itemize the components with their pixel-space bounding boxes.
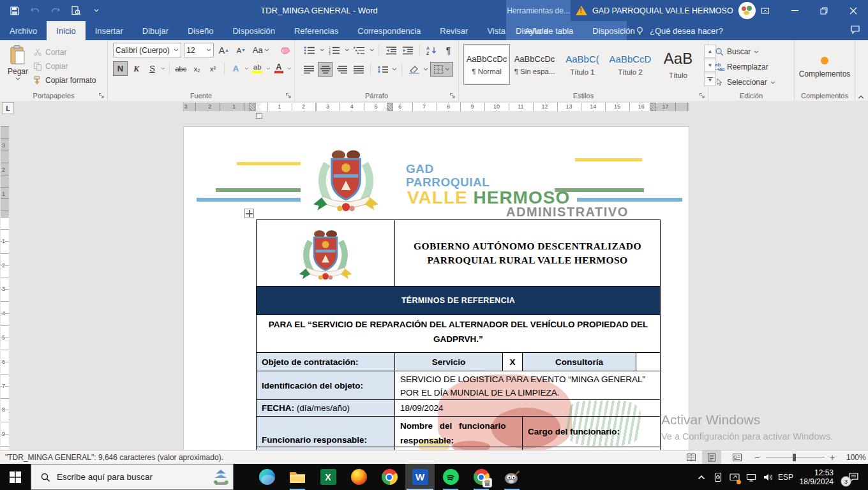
- table-column-marker[interactable]: [249, 103, 255, 111]
- underline-button[interactable]: S: [145, 61, 160, 76]
- align-right-button[interactable]: [334, 62, 349, 77]
- style--sin-espa-[interactable]: AaBbCcDc¶ Sin espa...: [511, 44, 558, 85]
- clear-formatting-button[interactable]: [277, 43, 292, 57]
- zoom-out-button[interactable]: −: [754, 452, 760, 463]
- tab-inicio[interactable]: Inicio: [47, 21, 85, 40]
- justify-button[interactable]: [351, 62, 366, 77]
- feedback-icon[interactable]: [850, 24, 860, 34]
- tray-language[interactable]: ESP: [776, 464, 795, 490]
- indent-marker[interactable]: [256, 103, 262, 111]
- tab-diseno[interactable]: Diseño: [178, 21, 223, 40]
- minimize-button[interactable]: [780, 0, 809, 21]
- document-page[interactable]: GAD PARROQUIAL VALLE HERMOSO ADMINISTRAT…: [183, 126, 689, 450]
- align-left-button[interactable]: [301, 62, 316, 77]
- read-mode-button[interactable]: [682, 450, 701, 464]
- tray-clock[interactable]: 12:53 18/9/2024: [795, 464, 836, 490]
- tell-me-box[interactable]: ¿Qué desea hacer?: [635, 21, 723, 40]
- table-move-handle[interactable]: [244, 209, 254, 218]
- sort-button[interactable]: [424, 43, 439, 57]
- zoom-in-button[interactable]: +: [830, 452, 835, 463]
- vertical-ruler[interactable]: 321123456789: [1, 126, 9, 450]
- line-spacing-chevron-icon[interactable]: [392, 68, 397, 71]
- style-título-2[interactable]: AaBbCcDTítulo 2: [607, 44, 654, 85]
- ribbon-display-options-button[interactable]: [751, 0, 780, 21]
- text-effects-button[interactable]: A: [228, 61, 243, 76]
- bullets-chevron-icon[interactable]: [320, 48, 324, 52]
- taskbar-word[interactable]: W: [405, 464, 435, 490]
- multilevel-chevron-icon[interactable]: [370, 48, 374, 52]
- style--normal[interactable]: AaBbCcDc¶ Normal: [463, 44, 510, 85]
- increase-indent-button[interactable]: [400, 43, 415, 57]
- left-indent-marker[interactable]: [256, 113, 262, 119]
- bullets-button[interactable]: [301, 43, 318, 57]
- taskbar-chrome[interactable]: [375, 464, 404, 490]
- horizontal-ruler[interactable]: 3211234567891011121314151617: [183, 103, 689, 111]
- taskbar-gimp[interactable]: [497, 464, 527, 490]
- tray-chevron-icon[interactable]: [694, 464, 708, 490]
- tray-cast-icon[interactable]: [728, 464, 742, 490]
- numbering-chevron-icon[interactable]: [345, 48, 349, 52]
- undo-icon[interactable]: [29, 5, 41, 17]
- taskbar-firefox[interactable]: [344, 464, 373, 490]
- character-count[interactable]: "TDR_MINGA GENERAL": 9,646 caracteres (v…: [5, 450, 223, 464]
- shading-chevron-icon[interactable]: [423, 68, 428, 71]
- font-color-chevron-icon[interactable]: [287, 67, 292, 70]
- subscript-button[interactable]: x₂: [190, 61, 204, 76]
- addins-button[interactable]: Complementos: [794, 52, 856, 81]
- indent-marker[interactable]: [382, 103, 388, 111]
- tray-network-icon[interactable]: [744, 464, 758, 490]
- numbering-button[interactable]: [326, 43, 343, 57]
- cut-button[interactable]: Cortar: [33, 45, 96, 59]
- taskbar-search-box[interactable]: Escribe aquí para buscar: [31, 464, 234, 490]
- styles-dialog-launcher[interactable]: [698, 92, 706, 100]
- tab-diseno-de-tabla[interactable]: Diseño de tabla: [506, 21, 583, 40]
- account-area[interactable]: GAD PARROQUIAL VALLE HERMOSO: [576, 0, 756, 21]
- multilevel-list-button[interactable]: [351, 43, 368, 57]
- style-título[interactable]: AaBTítulo: [655, 44, 701, 85]
- font-size-combo[interactable]: 12: [184, 43, 214, 57]
- tab-disposicion[interactable]: Disposición: [223, 21, 284, 40]
- underline-chevron-icon[interactable]: [161, 67, 165, 70]
- tab-referencias[interactable]: Referencias: [285, 21, 348, 40]
- style-título-1[interactable]: AaBbC(Título 1: [559, 44, 606, 85]
- tab-stop-selector[interactable]: L: [2, 102, 14, 114]
- tab-insertar[interactable]: Insertar: [86, 21, 133, 40]
- select-button[interactable]: Seleccionar: [715, 75, 791, 89]
- line-spacing-button[interactable]: [375, 62, 390, 77]
- tray-phone-icon[interactable]: [711, 464, 725, 490]
- save-icon[interactable]: [9, 5, 20, 17]
- taskbar-edge[interactable]: [252, 464, 281, 490]
- taskbar-file-explorer[interactable]: [283, 464, 312, 490]
- align-center-button[interactable]: [318, 62, 333, 77]
- web-layout-button[interactable]: [728, 450, 747, 464]
- shading-button[interactable]: [407, 62, 421, 77]
- paste-button[interactable]: Pegar: [3, 43, 33, 90]
- format-painter-button[interactable]: Copiar formato: [33, 73, 96, 87]
- highlight-button[interactable]: ab: [250, 61, 265, 76]
- zoom-level[interactable]: 100%: [846, 453, 866, 462]
- collapse-ribbon-button[interactable]: [858, 95, 864, 99]
- tray-volume-icon[interactable]: [761, 464, 775, 490]
- italic-button[interactable]: K: [129, 61, 144, 76]
- taskbar-spotify[interactable]: [436, 464, 465, 490]
- strikethrough-button[interactable]: abc: [174, 61, 189, 76]
- decrease-indent-button[interactable]: [384, 43, 398, 57]
- print-layout-button[interactable]: [702, 450, 721, 464]
- restore-button[interactable]: [809, 0, 839, 21]
- bold-button[interactable]: N: [113, 61, 128, 76]
- tab-correspondencia[interactable]: Correspondencia: [348, 21, 430, 40]
- redo-icon[interactable]: [50, 5, 61, 17]
- grow-font-button[interactable]: A▲: [216, 43, 231, 57]
- superscript-button[interactable]: x²: [206, 61, 220, 76]
- zoom-slider-thumb[interactable]: [793, 454, 796, 461]
- shrink-font-button[interactable]: A▼: [234, 43, 248, 57]
- customize-qat-icon[interactable]: [91, 5, 102, 17]
- table-column-marker[interactable]: [650, 103, 656, 111]
- font-name-combo[interactable]: Calibri (Cuerpo): [113, 43, 181, 57]
- paragraph-dialog-launcher[interactable]: [449, 92, 456, 100]
- start-button[interactable]: [0, 464, 31, 490]
- taskbar-chrome-profile[interactable]: [467, 464, 496, 490]
- find-button[interactable]: Buscar: [715, 45, 791, 59]
- close-button[interactable]: [839, 0, 868, 21]
- tab-revisar[interactable]: Revisar: [430, 21, 477, 40]
